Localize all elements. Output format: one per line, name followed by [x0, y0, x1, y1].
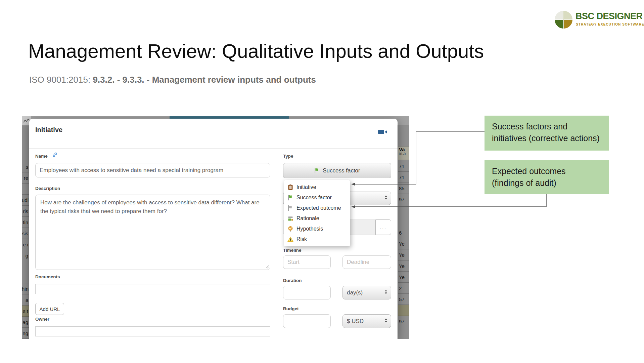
table-row: s t [22, 306, 29, 317]
budget-currency-select[interactable]: $ USD [342, 314, 391, 328]
menu-item-hypothesis[interactable]: Hypothesis [284, 224, 350, 234]
table-cell [398, 305, 409, 316]
table-cell: Ye [398, 238, 409, 249]
menu-item-initiative[interactable]: Initiative [284, 182, 350, 192]
table-cell [398, 216, 409, 227]
menu-item-rationale[interactable]: Rationale [284, 213, 350, 224]
annotation-success-factors: Success factors and initiatives (correct… [485, 116, 609, 151]
link-icon[interactable] [52, 152, 58, 158]
documents-label: Documents [35, 274, 60, 279]
bsc-designer-logo: BSC DESIGNER STRATEGY EXECUTION SOFTWARE [555, 10, 635, 31]
owner-cell[interactable] [153, 327, 270, 336]
table-row: a s [22, 294, 29, 306]
video-camera-icon [378, 129, 387, 135]
divider [29, 148, 398, 149]
background-table-left: s re udi ris tin sis e i g hin a s s t a… [22, 125, 29, 339]
value-column-header: Va 01-0 [398, 146, 409, 160]
name-input[interactable] [35, 163, 270, 177]
table-cell: 2 [398, 283, 409, 294]
add-url-button[interactable]: Add URL [35, 303, 64, 315]
type-dropdown-menu: Initiative Success factor Expected outco… [284, 180, 350, 246]
hypothesis-bulb-icon [287, 226, 293, 232]
document-cell[interactable] [153, 284, 270, 294]
green-flag-icon [287, 195, 293, 201]
table-cell: 6 [398, 227, 409, 238]
type-select-button[interactable]: Success factor [283, 163, 391, 178]
table-row: ris [22, 206, 29, 217]
page-title: Management Review: Qualitative Inputs an… [28, 40, 484, 62]
table-row [22, 272, 29, 283]
table-cell: 57 [398, 294, 409, 305]
menu-item-label: Risk [296, 236, 307, 242]
table-row: ng [22, 328, 29, 339]
menu-item-label: Hypothesis [296, 226, 323, 232]
name-label: Name [35, 154, 48, 159]
owner-label: Owner [35, 317, 49, 322]
description-label: Description [35, 186, 60, 191]
menu-item-label: Initiative [296, 184, 316, 190]
logo-title: BSC DESIGNER [576, 11, 643, 22]
table-row: s [22, 161, 29, 172]
menu-item-success-factor[interactable]: Success factor [284, 192, 350, 203]
table-row: e i [22, 239, 29, 250]
table-cell: 97 [398, 194, 409, 205]
dialog-title: Initiative [35, 126, 62, 134]
duration-label: Duration [283, 278, 302, 283]
budget-input[interactable] [283, 314, 331, 328]
timeline-label: Timeline [283, 248, 302, 253]
gray-flag-icon [287, 205, 293, 211]
resize-handle-icon[interactable] [266, 265, 269, 269]
table-cell: Ye [398, 249, 409, 260]
annotation-expected-outcomes: Expected outcomes (findings of audit) [485, 160, 609, 194]
page-subtitle: ISO 9001:2015: 9.3.2. - 9.3.3. - Managem… [29, 75, 316, 85]
budget-currency-value: $ USD [347, 318, 364, 325]
table-cell: 85 [398, 183, 409, 194]
owner-cell[interactable] [36, 327, 153, 336]
logo-pie-icon [555, 11, 572, 29]
table-cell: Ye [398, 260, 409, 272]
table-row: hin [22, 283, 29, 294]
table-row [22, 184, 29, 195]
table-row: re [22, 172, 29, 184]
stepper-icon [384, 289, 387, 296]
column-header-label: Va [399, 147, 409, 152]
table-row: udi [22, 195, 29, 206]
type-value: Success factor [323, 167, 360, 174]
table-row: tin [22, 217, 29, 228]
menu-item-label: Expected outcome [296, 205, 341, 211]
table-cell [398, 205, 409, 216]
deadline-date-input[interactable] [342, 255, 391, 269]
risk-warning-icon [287, 236, 293, 242]
subtitle-prefix: ISO 9001:2015: [29, 75, 93, 85]
duration-unit-select[interactable]: day(s) [342, 286, 391, 299]
video-help-button[interactable] [378, 129, 387, 136]
owner-row [35, 326, 270, 336]
table-cell: 97 [398, 316, 409, 327]
table-cell: 71 [398, 161, 409, 172]
app-screenshot: ≡↕ Reports ƒ Tools s re udi ris tin sis … [22, 116, 409, 339]
stepper-icon [384, 318, 387, 325]
table-row: ag [22, 317, 29, 328]
clipboard-icon [287, 184, 293, 190]
ellipsis-button[interactable]: ... [375, 219, 391, 235]
rationale-icon [287, 215, 293, 221]
menu-item-label: Rationale [296, 215, 319, 221]
duration-input[interactable] [283, 286, 331, 299]
menu-item-label: Success factor [296, 195, 332, 201]
duration-unit-value: day(s) [347, 289, 363, 296]
table-cell: Ye [398, 272, 409, 283]
documents-row [35, 284, 270, 294]
menu-item-risk[interactable]: Risk [284, 234, 350, 244]
budget-label: Budget [283, 306, 299, 311]
type-label: Type [283, 154, 293, 159]
table-row: sis [22, 228, 29, 239]
document-cell[interactable] [36, 284, 153, 294]
background-table-right: Va 01-0 71 71 85 97 6 Ye Ye Ye Ye 2 57 9… [398, 125, 409, 339]
start-date-input[interactable] [283, 255, 331, 269]
table-row: g [22, 250, 29, 261]
menu-item-expected-outcome[interactable]: Expected outcome [284, 203, 350, 213]
description-textarea[interactable]: How are the challenges of employees with… [35, 195, 270, 270]
green-flag-icon [314, 168, 320, 173]
column-subheader-label: 01-0 [399, 152, 409, 156]
initiative-dialog: Initiative Name Description How are the … [29, 119, 398, 339]
